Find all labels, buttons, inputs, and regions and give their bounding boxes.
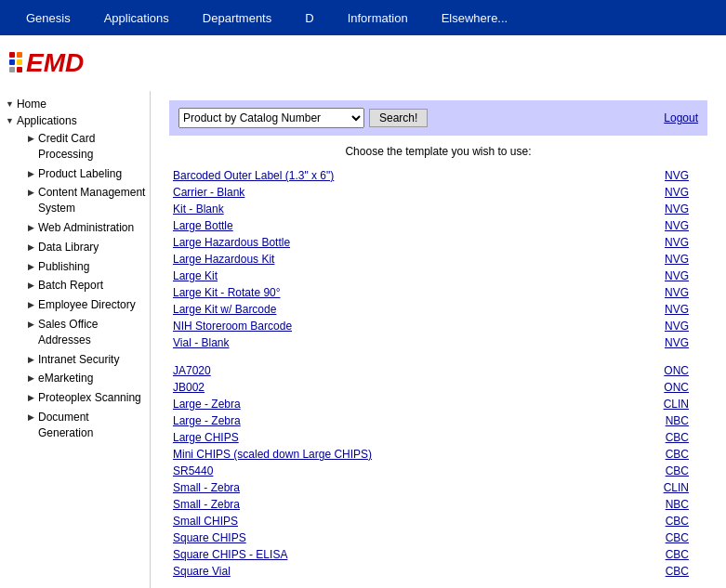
sidebar-item-publishing[interactable]: ▶ Publishing	[19, 257, 150, 277]
template-row: Large Hazardous KitNVG	[169, 251, 707, 268]
sidebar-home[interactable]: ▼ Home	[0, 96, 150, 112]
template-link[interactable]: Large Hazardous Bottle	[173, 236, 290, 249]
template-link[interactable]: Square Vial	[173, 565, 231, 578]
template-code-cell[interactable]: NVG	[591, 201, 707, 217]
nav-information[interactable]: Information	[331, 11, 425, 25]
sidebar-item-product-labeling[interactable]: ▶ Product Labeling	[19, 164, 150, 184]
template-code-cell[interactable]: CBC	[606, 429, 707, 446]
template-code-cell[interactable]: CBC	[606, 546, 707, 563]
sidebar-item-data-library[interactable]: ▶ Data Library	[19, 238, 150, 257]
template-code-cell[interactable]: NVG	[591, 251, 707, 268]
template-label-cell: Square CHIPS	[169, 529, 606, 546]
template-link[interactable]: Large Kit w/ Barcode	[173, 303, 276, 316]
template-label-cell: Large Hazardous Kit	[169, 251, 591, 268]
template-link[interactable]: Mini CHIPS (scaled down Large CHIPS)	[173, 448, 372, 461]
template-link[interactable]: Barcoded Outer Label (1.3" x 6")	[173, 169, 334, 182]
template-link[interactable]: NIH Storeroom Barcode	[173, 320, 292, 333]
main-content: Product by Catalog NumberProduct by Name…	[151, 91, 726, 588]
nav-departments[interactable]: Departments	[186, 11, 288, 25]
template-label-cell: Large Kit w/ Barcode	[169, 301, 591, 318]
template-code-cell[interactable]: NVG	[591, 334, 707, 351]
template-code-cell[interactable]: NBC	[606, 496, 707, 513]
template-code-cell[interactable]: NVG	[591, 167, 707, 184]
template-link[interactable]: JB002	[173, 381, 205, 394]
template-label-cell: Carrier - Blank	[169, 184, 591, 201]
template-row: Large Kit - Rotate 90°NVG	[169, 284, 707, 301]
sidebar-item-label-emarketing: eMarketing	[38, 371, 93, 386]
template-link[interactable]: Kit - Blank	[173, 203, 224, 216]
sidebar-item-emarketing[interactable]: ▶ eMarketing	[19, 369, 150, 388]
template-link[interactable]: Large - Zebra	[173, 414, 241, 427]
template-code-cell[interactable]: NVG	[591, 234, 707, 251]
template-code-cell[interactable]: NVG	[591, 301, 707, 318]
document-generation-arrow-icon: ▶	[28, 412, 34, 424]
template-row: Barcoded Outer Label (1.3" x 6")NVG	[169, 167, 707, 184]
template-link[interactable]: JA7020	[173, 364, 211, 377]
logo: EMD	[9, 48, 158, 78]
template-code-cell[interactable]: CLIN	[606, 479, 707, 496]
nav-applications[interactable]: Applications	[87, 11, 186, 25]
template-label-cell: Large Bottle	[169, 217, 591, 234]
sidebar-item-document-generation[interactable]: ▶ Document Generation	[19, 408, 150, 443]
template-label-cell: Square Vial	[169, 563, 606, 580]
emarketing-arrow-icon: ▶	[28, 372, 34, 385]
template-link[interactable]: Vial - Blank	[173, 336, 229, 349]
template-code-cell[interactable]: CBC	[606, 513, 707, 529]
template-code-cell[interactable]: ONC	[606, 379, 707, 396]
template-row: NIH Storeroom BarcodeNVG	[169, 318, 707, 334]
template-link[interactable]: Large Bottle	[173, 219, 233, 232]
template-link[interactable]: Carrier - Blank	[173, 186, 244, 199]
template-link[interactable]: Small - Zebra	[173, 498, 240, 511]
sidebar-item-sales-office[interactable]: ▶ Sales Office Addresses	[19, 315, 150, 350]
template-link[interactable]: Small - Zebra	[173, 481, 240, 494]
sidebar-item-label-intranet-security: Intranet Security	[38, 352, 119, 368]
template-code-cell[interactable]: NVG	[591, 284, 707, 301]
template-row: Small CHIPSCBC	[169, 513, 707, 529]
nav-genesis[interactable]: Genesis	[9, 11, 87, 25]
template-code-cell[interactable]: NVG	[591, 318, 707, 334]
template-code-cell[interactable]: ONC	[606, 362, 707, 379]
template-code-cell[interactable]: NBC	[606, 412, 707, 429]
template-code-cell[interactable]: CLIN	[606, 396, 707, 412]
sidebar-item-employee-directory[interactable]: ▶ Employee Directory	[19, 295, 150, 315]
template-link[interactable]: Large Hazardous Kit	[173, 253, 274, 266]
sidebar-item-web-admin[interactable]: ▶ Web Administration	[19, 218, 150, 238]
logout-link[interactable]: Logout	[664, 111, 698, 124]
template-code-cell[interactable]: NVG	[591, 217, 707, 234]
template-code-cell[interactable]: NVG	[591, 184, 707, 201]
template-code-cell[interactable]: CBC	[606, 463, 707, 479]
search-dropdown[interactable]: Product by Catalog NumberProduct by Name…	[178, 108, 364, 128]
template-link[interactable]: Square CHIPS - ELISA	[173, 548, 287, 561]
template-link[interactable]: Large - Zebra	[173, 398, 241, 411]
sidebar-item-intranet-security[interactable]: ▶ Intranet Security	[19, 350, 150, 370]
data-library-arrow-icon: ▶	[28, 242, 34, 254]
template-link[interactable]: Square CHIPS	[173, 531, 246, 544]
search-button[interactable]: Search!	[369, 109, 428, 127]
template-code-cell[interactable]: CBC	[606, 563, 707, 580]
sidebar-item-credit-card[interactable]: ▶ Credit Card Processing	[19, 129, 150, 164]
template-label-cell: Small CHIPS	[169, 513, 606, 529]
search-bar: Product by Catalog NumberProduct by Name…	[169, 100, 707, 136]
template-link[interactable]: Large Kit	[173, 269, 218, 282]
publishing-arrow-icon: ▶	[28, 261, 34, 273]
sales-office-arrow-icon: ▶	[28, 319, 34, 331]
template-link[interactable]: SR5440	[173, 464, 213, 477]
template-row: SR5440CBC	[169, 463, 707, 479]
template-code-cell[interactable]: CBC	[606, 446, 707, 463]
top-navigation: Genesis Applications Departments D Infor…	[0, 0, 726, 35]
sidebar-item-batch-report[interactable]: ▶ Batch Report	[19, 276, 150, 295]
template-link[interactable]: Small CHIPS	[173, 515, 238, 528]
template-label-cell: JA7020	[169, 362, 606, 379]
sidebar-applications-label: Applications	[17, 114, 77, 127]
sidebar-item-cms[interactable]: ▶ Content Management System	[19, 183, 150, 218]
template-row: Small - ZebraCLIN	[169, 479, 707, 496]
nav-d[interactable]: D	[288, 11, 330, 25]
template-label-cell: Large CHIPS	[169, 429, 606, 446]
template-link[interactable]: Large Kit - Rotate 90°	[173, 286, 281, 299]
template-code-cell[interactable]: CBC	[606, 529, 707, 546]
sidebar-item-proteoplex[interactable]: ▶ Proteoplex Scanning	[19, 388, 150, 408]
template-code-cell[interactable]: NVG	[591, 268, 707, 284]
template-link[interactable]: Large CHIPS	[173, 431, 239, 444]
nav-elsewhere[interactable]: Elsewhere...	[425, 11, 525, 25]
sidebar-applications[interactable]: ▼ Applications	[0, 112, 150, 129]
